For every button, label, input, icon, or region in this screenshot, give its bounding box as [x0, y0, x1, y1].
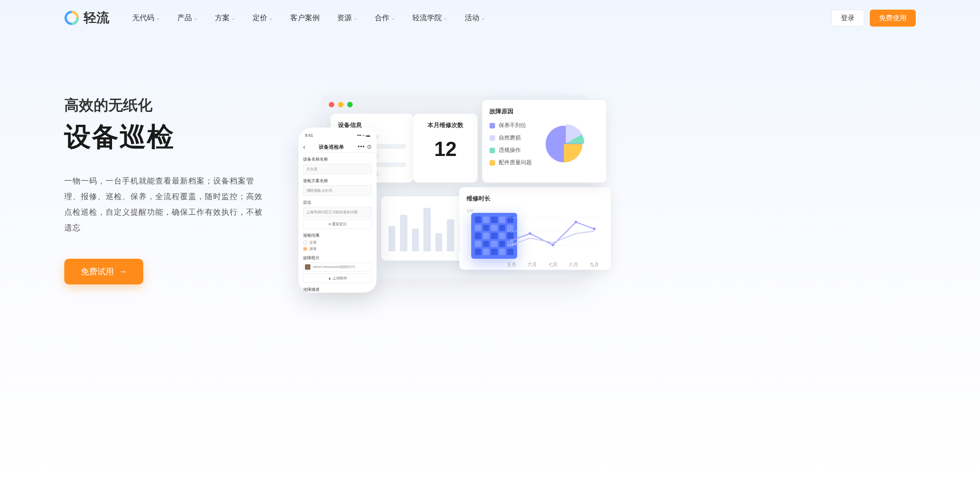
free-use-button[interactable]: 免费使用: [870, 10, 916, 27]
hero-copy: 高效的无纸化 设备巡检 一物一码，一台手机就能查看最新档案；设备档案管理、报修、…: [64, 95, 266, 284]
arrow-right-icon: →: [118, 267, 127, 277]
svg-point-5: [510, 239, 513, 242]
field-label: 设备名称名称: [303, 156, 372, 162]
more-icon[interactable]: ••• ⊙: [358, 144, 372, 150]
phone-title: 设备巡检单: [319, 144, 344, 150]
phone-status-bar: 9:41 ••• ⏦ ▬: [302, 132, 373, 139]
chevron-down-icon: ⌄: [269, 16, 273, 21]
radio-abnormal[interactable]: 异常: [303, 246, 372, 251]
nav-resources[interactable]: 资源⌄: [337, 13, 357, 23]
field-label: 定位: [303, 200, 372, 206]
upload-button[interactable]: ▲ 上传附件: [303, 273, 372, 283]
logo-icon: [64, 11, 79, 25]
maximize-icon: [347, 102, 353, 107]
chevron-down-icon: ⌄: [354, 16, 357, 21]
minimize-icon: [338, 102, 344, 107]
photo-attachment[interactable]: weixin://resourceid/故障照片5: [303, 262, 372, 272]
location-input[interactable]: 上海市闵行区江川路街道剑川路: [303, 207, 372, 217]
chevron-down-icon: ⌄: [156, 16, 160, 21]
nav-cases[interactable]: 客户案例: [290, 13, 320, 23]
signal-icon: ••• ⏦ ▬: [357, 133, 370, 138]
relocate-button[interactable]: ⊕ 重新定位: [303, 219, 372, 229]
legend-item: 配件质量问题: [490, 159, 532, 167]
field-label: 巡检方案名称: [303, 178, 372, 184]
device-name-input[interactable]: 灭火器: [303, 164, 372, 174]
cta-label: 免费试用: [81, 266, 114, 277]
card-title: 故障原因: [490, 107, 599, 116]
repair-count-value: 12: [421, 138, 470, 161]
nav-no-code[interactable]: 无代码⌄: [132, 13, 160, 23]
hero-description: 一物一码，一台手机就能查看最新档案；设备档案管理、报修、巡检、保养，全流程覆盖，…: [64, 173, 266, 236]
svg-point-8: [574, 221, 577, 223]
svg-point-6: [529, 232, 531, 235]
pie-chart-icon: [541, 121, 587, 167]
pie-legend: 保养不到位 自然磨损 违规操作 配件质量问题: [490, 122, 532, 167]
header-actions: 登录 免费使用: [831, 10, 916, 27]
chevron-down-icon: ⌄: [391, 16, 395, 21]
bar-chart: [389, 206, 466, 251]
nav-academy[interactable]: 轻流学院⌄: [412, 13, 447, 23]
login-button[interactable]: 登录: [831, 10, 864, 27]
radio-normal[interactable]: 正常: [303, 240, 372, 245]
phone-app-header: ‹ 设备巡检单 ••• ⊙: [302, 141, 373, 153]
y-axis-tick: 100: [467, 208, 473, 213]
nav-solution[interactable]: 方案⌄: [215, 13, 235, 23]
phone-mockup: 9:41 ••• ⏦ ▬ ‹ 设备巡检单 ••• ⊙ 设备名称名称 灭火器 巡检…: [299, 128, 377, 293]
hero-subtitle: 高效的无纸化: [64, 95, 266, 116]
chevron-down-icon: ⌄: [231, 16, 235, 21]
card-title: 本月维修次数: [421, 121, 470, 129]
x-axis-labels: 五月 六月 七月 八月 九月: [507, 261, 599, 268]
card-title: 维修时长: [467, 195, 603, 203]
svg-point-7: [552, 244, 554, 246]
repair-duration-card: 维修时长 100: [459, 187, 611, 270]
chevron-down-icon: ⌄: [194, 16, 197, 21]
nav-pricing[interactable]: 定价⌄: [253, 13, 273, 23]
field-label: 故障描述: [303, 287, 372, 293]
brand-logo[interactable]: 轻流: [64, 9, 109, 27]
field-label: 巡检结果: [303, 233, 372, 239]
photo-thumb-icon: [305, 264, 310, 270]
repair-count-card: 本月维修次数 12: [413, 114, 478, 183]
free-trial-button[interactable]: 免费试用 →: [64, 259, 143, 284]
chevron-down-icon: ⌄: [481, 16, 485, 21]
fault-reason-card: 故障原因 保养不到位 自然磨损 违规操作 配件质量问题: [482, 100, 606, 183]
hero-title: 设备巡检: [64, 119, 266, 155]
nav-product[interactable]: 产品⌄: [177, 13, 197, 23]
main-nav: 无代码⌄ 产品⌄ 方案⌄ 定价⌄ 客户案例 资源⌄ 合作⌄ 轻流学院⌄ 活动⌄: [132, 13, 827, 23]
hero-section: 高效的无纸化 设备巡检 一物一码，一台手机就能查看最新档案；设备档案管理、报修、…: [0, 36, 980, 343]
nav-activity[interactable]: 活动⌄: [465, 13, 485, 23]
line-chart: [507, 208, 599, 259]
chevron-down-icon: ⌄: [444, 16, 447, 21]
brand-name: 轻流: [84, 9, 109, 27]
legend-item: 自然磨损: [490, 134, 532, 142]
plan-name-input[interactable]: 消防巡检 6次/天: [303, 185, 372, 196]
dashboard-illustration: 设备信息 本月维修次数 12 故障原因 保养不到位 自然磨损 违规操作 配件质量…: [294, 95, 916, 316]
legend-item: 违规操作: [490, 146, 532, 154]
nav-partner[interactable]: 合作⌄: [375, 13, 395, 23]
svg-point-9: [593, 228, 596, 230]
field-label: 故障照片: [303, 255, 372, 261]
site-header: 轻流 无代码⌄ 产品⌄ 方案⌄ 定价⌄ 客户案例 资源⌄ 合作⌄ 轻流学院⌄ 活…: [0, 0, 980, 36]
legend-item: 保养不到位: [490, 122, 532, 129]
back-icon[interactable]: ‹: [303, 143, 305, 150]
close-icon: [329, 102, 334, 107]
